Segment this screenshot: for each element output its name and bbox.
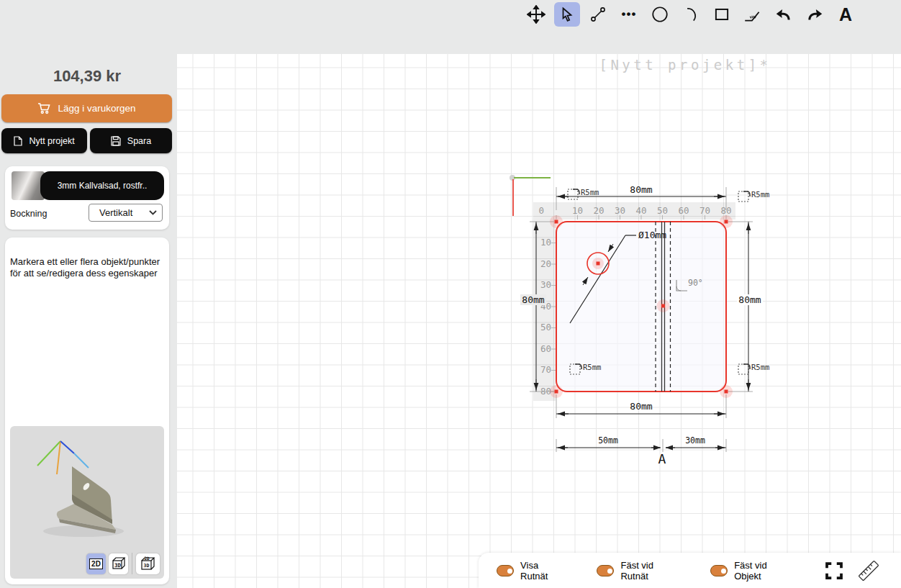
2d3d-cube-icon: 2D 3D	[139, 555, 158, 572]
redo-icon[interactable]	[802, 2, 828, 27]
more-tools-icon[interactable]: •••	[616, 2, 642, 27]
document-icon	[14, 136, 22, 146]
fullscreen-button[interactable]	[823, 560, 845, 582]
2d-icon: 2D	[89, 558, 103, 569]
svg-text:3D: 3D	[114, 562, 122, 569]
material-select-button[interactable]: 3mm Kallvalsad, rostfr..	[40, 171, 164, 200]
properties-card: Markera ett eller flera objekt/punkter f…	[5, 238, 169, 584]
line-tool-icon[interactable]	[585, 2, 611, 27]
svg-text:60: 60	[678, 205, 689, 216]
show-grid-switch[interactable]	[497, 565, 514, 576]
cart-icon	[37, 102, 51, 114]
snap-grid-label: Fäst vid Rutnät	[620, 560, 676, 582]
price: 104,39 kr	[0, 67, 174, 86]
drawing-canvas[interactable]: [Nytt projekt]*	[177, 54, 901, 588]
rectangle-tool-icon[interactable]	[709, 2, 735, 27]
drawing-svg: [Nytt projekt]*	[177, 54, 901, 588]
arc-tool-icon[interactable]	[678, 2, 704, 27]
svg-text:60: 60	[540, 343, 551, 354]
undo-icon[interactable]	[771, 2, 797, 27]
bend-label: A	[658, 451, 666, 466]
svg-text:30: 30	[615, 205, 625, 216]
snap-object-switch[interactable]	[710, 565, 728, 576]
sidebar: 104,39 kr Lägg i varukorgen Nytt projekt…	[0, 0, 177, 588]
svg-text:20: 20	[593, 205, 604, 216]
view-buttons-divider	[132, 553, 132, 574]
bending-dropdown[interactable]: Vertikalt	[89, 204, 163, 222]
view-mode-buttons: 2D 3D 2D	[86, 553, 160, 574]
svg-text:20: 20	[540, 258, 551, 269]
snap-grid-toggle[interactable]: Fäst vid Rutnät	[597, 560, 676, 582]
svg-text:80: 80	[540, 386, 551, 397]
snap-object-label: Fäst vid Objekt	[734, 560, 789, 582]
svg-text:2D: 2D	[144, 556, 150, 561]
svg-text:3D: 3D	[143, 563, 149, 569]
selection-hint: Markera ett eller flera objekt/punkter f…	[10, 256, 167, 279]
svg-text:R5mm: R5mm	[583, 363, 601, 371]
view-2d3d-button[interactable]: 2D 3D	[136, 553, 160, 574]
text-tool-icon[interactable]: A	[833, 2, 859, 27]
dim-left: 80mm	[522, 294, 544, 305]
dim-bottom: 80mm	[630, 401, 652, 412]
bend-tool-icon[interactable]	[740, 2, 766, 27]
snap-object-toggle[interactable]: Fäst vid Objekt	[710, 560, 789, 582]
measure-button[interactable]	[856, 558, 881, 583]
snap-grid-switch[interactable]	[597, 565, 614, 576]
svg-text:90°: 90°	[688, 278, 703, 288]
new-project-label: Nytt projekt	[29, 136, 74, 146]
ruler-icon	[856, 558, 881, 583]
fullscreen-icon	[823, 560, 845, 582]
svg-text:70: 70	[699, 205, 710, 216]
svg-text:40: 40	[635, 205, 646, 216]
hole-diameter-label[interactable]: Ø10mm	[638, 230, 666, 240]
dim-right: 80mm	[738, 294, 761, 305]
add-to-cart-button[interactable]: Lägg i varukorgen	[1, 94, 172, 122]
move-tool-icon[interactable]	[523, 2, 549, 27]
add-to-cart-label: Lägg i varukorgen	[58, 103, 135, 114]
svg-text:50: 50	[540, 322, 551, 333]
statusbar: Visa Rutnät Fäst vid Rutnät Fäst vid Obj…	[479, 553, 901, 588]
svg-text:10: 10	[540, 237, 551, 248]
svg-text:50: 50	[657, 205, 668, 216]
dim-left-segment: 50mm	[598, 435, 618, 445]
save-label: Spara	[127, 136, 151, 146]
show-grid-label: Visa Rutnät	[520, 560, 563, 582]
bending-label: Bockning	[10, 209, 47, 219]
svg-text:70: 70	[540, 364, 551, 375]
save-button[interactable]: Spara	[90, 128, 172, 153]
3d-preview[interactable]: 2D 3D 2D	[10, 426, 164, 579]
view-3d-button[interactable]: 3D	[109, 553, 128, 574]
material-card: 3mm Kallvalsad, rostfr.. Bockning Vertik…	[5, 166, 169, 230]
svg-text:R5mm: R5mm	[751, 363, 769, 371]
show-grid-toggle[interactable]: Visa Rutnät	[497, 560, 563, 582]
toolbar: •••	[523, 0, 859, 29]
select-tool-icon[interactable]	[554, 2, 580, 27]
svg-text:0: 0	[538, 205, 544, 216]
dim-top: 80mm	[630, 184, 652, 195]
dim-right-segment: 30mm	[685, 435, 705, 445]
svg-text:10: 10	[572, 205, 583, 216]
save-icon	[111, 136, 121, 146]
3d-cube-icon: 3D	[111, 556, 127, 571]
material-name: 3mm Kallvalsad, rostfr..	[58, 181, 148, 191]
project-title: [Nytt projekt]*	[599, 57, 771, 73]
svg-text:R5mm: R5mm	[581, 188, 599, 196]
svg-text:R5mm: R5mm	[751, 190, 769, 199]
circle-tool-icon[interactable]	[647, 2, 673, 27]
chevron-down-icon	[149, 210, 157, 215]
bending-value: Vertikalt	[99, 207, 132, 218]
new-project-button[interactable]: Nytt projekt	[1, 128, 87, 153]
svg-text:30: 30	[540, 279, 551, 290]
view-2d-button[interactable]: 2D	[86, 553, 106, 574]
app: [Nytt projekt]*	[0, 0, 901, 588]
